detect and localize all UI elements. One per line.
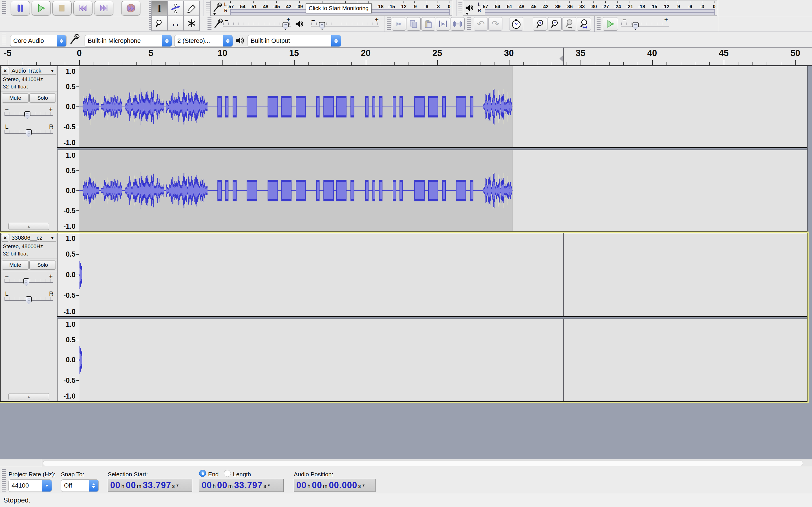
horizontal-scrollbar[interactable]: [0, 459, 812, 467]
paste-button[interactable]: [421, 17, 435, 31]
playback-meter-grip[interactable]: [458, 2, 462, 14]
field-dropdown-icon[interactable]: ▾: [363, 483, 365, 488]
end-radio-label[interactable]: End: [208, 471, 218, 478]
recording-channels-select[interactable]: 2 (Stereo)...: [174, 35, 233, 47]
track1-pan-slider[interactable]: [4, 129, 53, 135]
recording-volume-slider[interactable]: [223, 21, 291, 28]
timeshift-tool-button[interactable]: ↔: [167, 16, 184, 31]
selection-end-minutes[interactable]: 00: [217, 480, 227, 490]
track1-ch1-waveform[interactable]: [79, 66, 807, 147]
device-toolbar-grip[interactable]: [2, 34, 6, 45]
track2-ch2-waveform[interactable]: [79, 319, 805, 401]
sync-lock-button[interactable]: [509, 17, 523, 31]
zoom-out-button[interactable]: [548, 17, 562, 31]
meter-tick: [509, 1, 509, 3]
mixer-toolbar-grip[interactable]: [207, 17, 211, 30]
track1-title-menu[interactable]: Audio Track ▼: [10, 67, 56, 75]
track2-gain-slider[interactable]: [4, 278, 53, 284]
transcription-toolbar-grip[interactable]: [597, 17, 601, 30]
track1-pan-thumb[interactable]: [26, 129, 32, 137]
track2-ch1-waveform[interactable]: [79, 233, 805, 316]
playback-meter[interactable]: L R -57-54-51-48-45-42-39-36-33-30-27-24…: [463, 1, 717, 16]
fit-selection-button[interactable]: [562, 17, 576, 31]
track1-ch1-vertical-ruler[interactable]: 1.00.50.0-0.5-1.0: [57, 66, 79, 147]
edit-toolbar-grip2[interactable]: [467, 17, 471, 30]
selection-tool-button[interactable]: I: [151, 1, 167, 16]
track1-mute-button[interactable]: Mute: [2, 94, 29, 103]
recording-device-select[interactable]: Built-in Microphone: [85, 35, 172, 47]
track1-gain-slider[interactable]: [4, 111, 53, 117]
transport-toolbar-grip[interactable]: [2, 1, 6, 14]
meter-dropdown-arrow[interactable]: [465, 13, 469, 15]
pause-button[interactable]: [11, 1, 30, 15]
redo-button[interactable]: ↷: [488, 17, 502, 31]
monitoring-tooltip[interactable]: Click to Start Monitoring: [306, 3, 371, 13]
trim-audio-button[interactable]: [436, 17, 450, 31]
fit-project-button[interactable]: [577, 17, 591, 31]
selection-start-hours[interactable]: 00: [110, 480, 120, 490]
selection-start-seconds[interactable]: 33.797: [143, 480, 171, 490]
zoom-in-button[interactable]: [533, 17, 547, 31]
multi-tool-button[interactable]: [184, 16, 200, 31]
track1-solo-button[interactable]: Solo: [29, 94, 56, 103]
field-dropdown-icon[interactable]: ▾: [176, 483, 179, 488]
meter-dropdown-arrow[interactable]: [213, 13, 216, 15]
track1-ch2-vertical-ruler[interactable]: 1.00.50.0-0.5-1.0: [57, 150, 79, 231]
skip-to-end-button[interactable]: [94, 1, 113, 15]
track1-gain-thumb[interactable]: [24, 111, 31, 119]
play-speed-slider[interactable]: [621, 21, 669, 28]
play-at-speed-button[interactable]: [603, 17, 618, 31]
cut-button[interactable]: ✂: [392, 17, 406, 31]
track2-mute-button[interactable]: Mute: [2, 261, 29, 270]
timeline-ruler[interactable]: -505101520253035404550: [0, 47, 812, 66]
play-button[interactable]: [32, 1, 51, 15]
audio-host-select[interactable]: Core Audio: [10, 35, 66, 47]
snap-to-select[interactable]: Off: [61, 480, 99, 492]
track1-ch2-waveform[interactable]: [79, 150, 807, 231]
playback-volume-thumb[interactable]: [319, 22, 325, 30]
track2-collapse-button[interactable]: ▲: [8, 393, 49, 400]
recording-meter-grip[interactable]: [206, 2, 210, 14]
selection-end-hours[interactable]: 00: [202, 480, 212, 490]
audio-position-field[interactable]: 00h 00m 00.000s ▾: [294, 479, 375, 492]
track2-pan-thumb[interactable]: [26, 296, 32, 304]
length-radio[interactable]: [224, 470, 231, 477]
zoom-tool-button[interactable]: [151, 16, 167, 31]
field-dropdown-icon[interactable]: ▾: [268, 483, 270, 488]
track2-close-button[interactable]: ×: [1, 234, 9, 242]
length-radio-label[interactable]: Length: [233, 471, 251, 478]
end-radio[interactable]: [199, 470, 206, 477]
draw-tool-button[interactable]: [184, 1, 200, 16]
recording-volume-thumb[interactable]: [283, 22, 289, 30]
selection-toolbar-grip[interactable]: [2, 469, 6, 492]
skip-to-start-button[interactable]: [73, 1, 93, 15]
track2-ch2-vertical-ruler[interactable]: 1.00.50.0-0.5-1.0: [57, 319, 79, 401]
snap-to-value: Off: [61, 482, 89, 489]
project-rate-select[interactable]: 44100: [8, 480, 52, 492]
track2-ch1-vertical-ruler[interactable]: 1.00.50.0-0.5-1.0: [57, 233, 79, 316]
track2-pan-slider[interactable]: [4, 296, 53, 302]
envelope-tool-button[interactable]: [167, 1, 184, 16]
edit-toolbar-grip[interactable]: [387, 17, 391, 30]
selection-end-field[interactable]: 00h 00m 33.797s ▾: [199, 479, 284, 492]
audio-position-seconds[interactable]: 00.000: [329, 480, 357, 490]
selection-end-seconds[interactable]: 33.797: [234, 480, 262, 490]
track2-title-menu[interactable]: 330806__cz ▼: [10, 234, 56, 242]
playback-volume-slider[interactable]: [311, 21, 379, 28]
track2-solo-button[interactable]: Solo: [29, 261, 56, 270]
track2-gain-thumb[interactable]: [23, 278, 29, 286]
playback-device-select[interactable]: Built-in Output: [248, 35, 341, 47]
selection-start-minutes[interactable]: 00: [126, 480, 136, 490]
record-button[interactable]: [121, 1, 140, 15]
audio-position-hours[interactable]: 00: [296, 480, 306, 490]
selection-start-field[interactable]: 00h 00m 33.797s ▾: [108, 479, 192, 492]
stop-button[interactable]: [52, 1, 71, 15]
audio-position-minutes[interactable]: 00: [312, 480, 322, 490]
copy-button[interactable]: [407, 17, 421, 31]
undo-button[interactable]: ↶: [474, 17, 488, 31]
track1-collapse-button[interactable]: ▲: [8, 223, 49, 230]
play-speed-thumb[interactable]: [632, 22, 639, 30]
track1-close-button[interactable]: ×: [1, 67, 9, 75]
silence-audio-button[interactable]: [451, 17, 465, 31]
horizontal-scrollbar-thumb[interactable]: [43, 460, 803, 466]
